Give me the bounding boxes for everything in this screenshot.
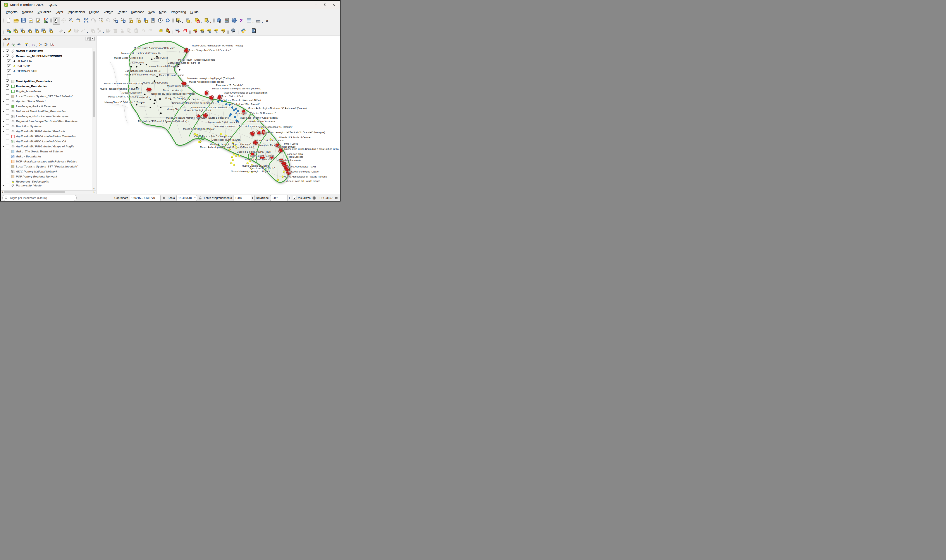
new-geopackage-layer-button[interactable] (12, 28, 19, 34)
zoom-to-selection-button[interactable] (90, 17, 97, 25)
show-bookmark-manager-button[interactable] (149, 17, 156, 25)
rotation-input[interactable] (270, 195, 287, 201)
layer-item-ucp-rural-landscape-with-relevant-public-i[interactable]: UCP - Rural Landscape with Relevant Publ… (1, 159, 92, 164)
python-console-button[interactable] (240, 28, 247, 34)
modify-attributes-button[interactable] (105, 28, 112, 34)
render-checkbox[interactable] (293, 196, 296, 200)
visibility-checkbox[interactable] (6, 49, 9, 53)
visibility-checkbox[interactable] (7, 59, 11, 63)
menu-guida[interactable]: Guida (188, 9, 201, 14)
remove-layer-button[interactable] (49, 42, 55, 48)
filter-legend-button[interactable] (23, 42, 29, 48)
style-manager-button[interactable]: a (42, 17, 49, 25)
scroll-right-icon[interactable]: ▶ (93, 191, 96, 194)
visibility-checkbox[interactable] (6, 79, 9, 83)
undo-button[interactable] (140, 28, 147, 34)
coordinate-input[interactable] (130, 195, 160, 201)
overflow-button[interactable]: » (264, 17, 271, 25)
field-calculator-button[interactable] (223, 17, 230, 25)
layer-item-partnership-vieste[interactable]: Partnership_Vieste (1, 184, 92, 187)
visibility-checkbox[interactable] (7, 69, 11, 73)
layer-item-agrifood-eu-pgi-labelled-grape-of-puglia[interactable]: Agrifood - EU PGI-Labelled Grape of Pugl… (1, 144, 92, 149)
copy-features-button[interactable] (126, 28, 133, 34)
add-group-button[interactable] (11, 42, 16, 48)
visibility-checkbox[interactable] (6, 125, 9, 128)
zoom-next-button[interactable] (119, 17, 127, 25)
layer-item-sample-museums[interactable]: SAMPLE MUSEUMS (1, 49, 92, 54)
layer-item-landscape-parks-reserves[interactable]: Landscape_Parks & Reserves (1, 104, 92, 109)
menu-progetto[interactable]: Progetto (4, 9, 20, 14)
statistical-summary-button[interactable]: Σ (238, 17, 245, 25)
visibility-checkbox[interactable] (6, 105, 9, 108)
panel-float-button[interactable] (86, 37, 90, 41)
new-print-layout-button[interactable] (27, 17, 34, 25)
layer-item-local-tourism-system-stt-sud-salento[interactable]: Local Tourism System_STT "Sud Salento" (1, 94, 92, 99)
manage-themes-button[interactable] (16, 42, 22, 48)
layer-item-regional-landscape-territorial-plan-premises[interactable]: Regional Landscape Territorial Plan Prem… (1, 119, 92, 124)
menu-web[interactable]: Web (146, 9, 157, 14)
layer-item-provinces-boundaries[interactable]: Provinces_Boundaries (1, 84, 92, 89)
pin-label-button[interactable]: ab (191, 28, 198, 34)
collapse-all-button[interactable] (43, 42, 49, 48)
highlight-pinned-labels-button[interactable]: abc (181, 28, 188, 34)
vscroll-thumb[interactable] (93, 51, 95, 117)
scale-combo[interactable]: 1:2466548 ▼ (176, 195, 197, 201)
visibility-checkbox[interactable] (6, 94, 9, 98)
layer-item-local-tourism-system-stt-puglia-imperiale[interactable]: Local Tourism System_STT "Puglia Imperia… (1, 164, 92, 169)
processing-toolbox-button[interactable] (230, 17, 238, 25)
visibility-checkbox[interactable] (7, 64, 11, 68)
visibility-checkbox[interactable] (6, 85, 9, 88)
messages-icon[interactable] (334, 196, 338, 200)
menu-plugins[interactable]: Plugins (87, 9, 102, 14)
visibility-checkbox[interactable] (6, 170, 9, 173)
layer-item-agrifood-eu-pdo-labelled-olive-oil[interactable]: Agrifood - EU-PDO Labelled Olive Oil (1, 139, 92, 144)
menu-modifica[interactable]: Modifica (20, 9, 35, 14)
visibility-checkbox[interactable] (6, 184, 9, 187)
change-label-button[interactable]: abc (219, 28, 226, 34)
new-scratch-layer-button[interactable] (26, 28, 33, 34)
crs-globe-icon[interactable] (312, 196, 316, 200)
visibility-checkbox[interactable] (6, 100, 9, 103)
expander-icon[interactable] (2, 110, 5, 112)
layer-item-puglia-boundaries[interactable]: Puglia_boundaries (1, 89, 92, 94)
panel-close-button[interactable] (90, 37, 94, 41)
new-project-button[interactable] (5, 17, 12, 25)
layer-item-resources-museum-networks[interactable]: Resources_MUSEUM NETWORKS (1, 54, 92, 58)
move-label-button[interactable]: abc (205, 28, 212, 34)
visibility-checkbox[interactable] (6, 145, 9, 148)
current-edits-button[interactable] (57, 28, 64, 34)
layer-item-agrifood-eu-pgi-labelled-products[interactable]: Agrifood - EU PGI-Labelled Products (1, 129, 92, 134)
menu-raster[interactable]: Raster (116, 9, 129, 14)
lock-icon[interactable] (198, 196, 202, 200)
vertical-scrollbar[interactable]: ▲ ▼ (92, 48, 96, 190)
new-virtual-layer-button[interactable] (33, 28, 40, 34)
menu-visualizza[interactable]: Visualizza (35, 9, 54, 14)
layer-item-landscape-historical-rural-landscapes[interactable]: Landscape_Historical rural landscapes (1, 114, 92, 119)
expander-icon[interactable] (2, 125, 5, 128)
save-project-button[interactable] (20, 17, 27, 25)
pan-to-selection-button[interactable] (60, 17, 68, 25)
measure-button[interactable] (255, 17, 262, 25)
visibility-checkbox[interactable] (6, 160, 9, 163)
locator-search[interactable] (2, 195, 77, 201)
vertex-tool-button[interactable] (96, 28, 103, 34)
visibility-checkbox[interactable] (6, 165, 9, 168)
toggle-editing-button[interactable] (66, 28, 73, 34)
layer-item-resources-dodecapolis[interactable]: Resources_Dodecapolis (1, 179, 92, 184)
expander-icon[interactable] (2, 131, 5, 132)
refresh-button[interactable] (164, 17, 171, 25)
layout-manager-button[interactable] (34, 17, 42, 25)
add-feature-button[interactable] (89, 28, 96, 34)
scroll-left-icon[interactable]: ◀ (1, 191, 4, 194)
visibility-checkbox[interactable] (6, 149, 9, 153)
layer-item-prudction-systems[interactable]: Prudction Systems (1, 124, 92, 129)
menu-mesh[interactable]: Mesh (157, 9, 169, 14)
locator-input[interactable] (9, 196, 75, 200)
minimize-button[interactable] (312, 2, 321, 8)
hscroll-thumb[interactable] (4, 191, 65, 193)
expander-icon[interactable] (2, 120, 5, 123)
select-features-button[interactable] (174, 17, 182, 25)
rotate-label-button[interactable]: abc (212, 28, 219, 34)
new-bookmark-button[interactable] (142, 17, 149, 25)
expander-icon[interactable] (2, 145, 5, 148)
